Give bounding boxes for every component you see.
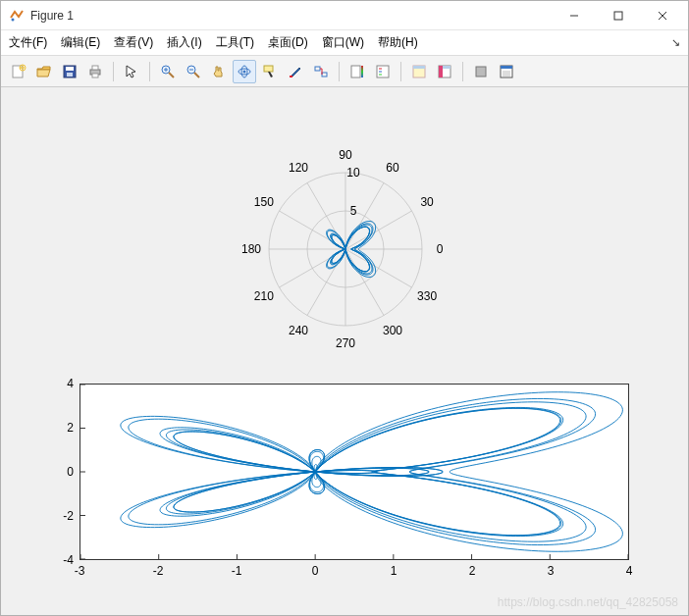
xy-xtick-label: 2: [469, 564, 476, 578]
show-tools-icon[interactable]: [495, 60, 518, 83]
close-button[interactable]: [640, 2, 684, 29]
toolbar-separator: [400, 62, 401, 81]
toolbar-separator: [339, 62, 340, 81]
svg-rect-26: [377, 66, 389, 77]
xy-xtick-label: 3: [548, 564, 555, 578]
xy-xtick-label: -2: [153, 564, 164, 578]
svg-rect-25: [361, 66, 363, 77]
link-plots-icon[interactable]: [309, 60, 333, 83]
polar-theta-label: 180: [241, 242, 261, 256]
xy-axes[interactable]: [80, 384, 629, 560]
data-cursor-icon[interactable]: [258, 60, 282, 83]
svg-rect-11: [92, 66, 98, 70]
xy-xtick-label: 4: [626, 564, 633, 578]
polar-theta-label: 30: [420, 195, 433, 209]
menu-view[interactable]: 查看(V): [114, 34, 153, 51]
insert-legend-icon[interactable]: [371, 60, 395, 83]
svg-rect-12: [92, 74, 98, 77]
hide-tools-icon[interactable]: [469, 60, 493, 83]
titlebar: Figure 1: [1, 1, 688, 30]
new-figure-icon[interactable]: [7, 60, 30, 83]
minimize-button[interactable]: [552, 2, 596, 29]
figure-window: Figure 1 文件(F) 编辑(E) 查看(V) 插入(I) 工具(T) 桌…: [0, 0, 689, 616]
polar-theta-label: 150: [254, 195, 274, 209]
menu-window[interactable]: 窗口(W): [322, 34, 364, 51]
svg-rect-9: [67, 73, 73, 77]
window-title: Figure 1: [30, 9, 74, 23]
svg-rect-21: [290, 76, 292, 77]
svg-line-16: [194, 73, 199, 77]
xy-line: [121, 392, 622, 552]
polar-theta-label: 210: [254, 289, 274, 303]
svg-rect-20: [264, 66, 273, 72]
toolbar: [1, 56, 688, 87]
svg-point-0: [12, 18, 15, 21]
svg-rect-8: [66, 67, 74, 71]
menu-file[interactable]: 文件(F): [9, 34, 47, 51]
svg-rect-33: [439, 66, 443, 77]
polar-r-label: 5: [350, 204, 357, 218]
menubar: 文件(F) 编辑(E) 查看(V) 插入(I) 工具(T) 桌面(D) 窗口(W…: [1, 30, 688, 56]
maximize-button[interactable]: [596, 2, 640, 29]
polar-theta-label: 0: [437, 242, 444, 256]
polar-theta-label: 120: [289, 161, 308, 175]
insert-colorbar-icon[interactable]: [345, 60, 369, 83]
menu-help[interactable]: 帮助(H): [378, 34, 418, 51]
svg-rect-38: [503, 71, 510, 77]
rotate-3d-icon[interactable]: [233, 60, 256, 83]
layout-2-icon[interactable]: [433, 60, 456, 83]
polar-theta-label: 90: [339, 148, 351, 162]
toolbar-separator: [462, 62, 463, 81]
toolbar-separator: [149, 62, 150, 81]
xy-xtick-label: -1: [232, 564, 242, 578]
zoom-in-icon[interactable]: [156, 60, 180, 83]
xy-ytick-label: 4: [44, 377, 74, 390]
print-icon[interactable]: [83, 60, 107, 83]
xy-ytick-label: -4: [44, 553, 74, 567]
menu-edit[interactable]: 编辑(E): [61, 34, 100, 51]
polar-theta-label: 60: [386, 161, 398, 175]
svg-rect-37: [501, 66, 512, 69]
svg-rect-22: [315, 67, 320, 71]
dock-arrow-icon[interactable]: ↘: [671, 36, 680, 49]
svg-rect-31: [413, 66, 425, 69]
menu-desktop[interactable]: 桌面(D): [268, 34, 308, 51]
toolbar-separator: [113, 62, 114, 81]
svg-rect-2: [614, 12, 622, 20]
polar-theta-label: 270: [336, 336, 355, 350]
polar-theta-label: 240: [289, 324, 308, 337]
xy-xtick-label: 1: [391, 564, 398, 578]
figure-area: https://blog.csdn.net/qq_42825058 030609…: [1, 87, 688, 615]
zoom-out-icon[interactable]: [182, 60, 205, 83]
save-icon[interactable]: [58, 60, 81, 83]
menu-insert[interactable]: 插入(I): [167, 34, 201, 51]
watermark: https://blog.csdn.net/qq_42825058: [498, 595, 678, 609]
pan-icon[interactable]: [207, 60, 231, 83]
xy-xtick-label: -3: [75, 564, 85, 578]
layout-1-icon[interactable]: [407, 60, 431, 83]
svg-rect-24: [351, 66, 360, 77]
svg-line-51: [345, 249, 384, 316]
polar-theta-label: 330: [417, 289, 437, 303]
xy-ytick-label: 2: [44, 421, 74, 435]
open-file-icon[interactable]: [32, 60, 56, 83]
polar-theta-label: 300: [383, 324, 402, 337]
pointer-icon[interactable]: [120, 60, 143, 83]
svg-line-14: [169, 73, 174, 77]
xy-xtick-label: 0: [312, 564, 319, 578]
polar-r-label: 10: [346, 166, 359, 180]
app-icon: [9, 8, 25, 24]
svg-point-19: [243, 70, 246, 73]
svg-rect-35: [476, 67, 486, 77]
xy-ytick-label: 0: [44, 465, 74, 479]
brush-icon[interactable]: [284, 60, 307, 83]
menu-tools[interactable]: 工具(T): [216, 34, 254, 51]
svg-rect-34: [443, 66, 450, 69]
svg-rect-23: [322, 73, 327, 77]
xy-ytick-label: -2: [44, 509, 74, 523]
